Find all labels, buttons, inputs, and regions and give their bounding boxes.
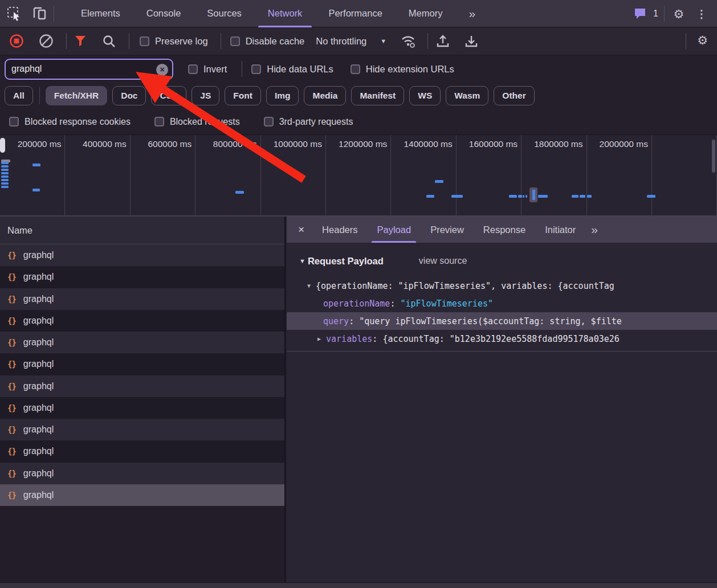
chip-media[interactable]: Media [304, 86, 346, 105]
kebab-menu-icon[interactable]: ⋮ [693, 0, 710, 27]
blocked-requests-checkbox[interactable]: Blocked requests [154, 117, 240, 127]
timeline-window-handle[interactable] [0, 138, 5, 153]
name-column-header[interactable]: Name [0, 217, 284, 244]
checkbox[interactable] [251, 64, 261, 74]
request-row[interactable]: {}graphql [0, 375, 284, 397]
payload-line[interactable]: operationName: "ipFlowTimeseries" [287, 295, 717, 312]
request-row[interactable]: {}graphql [0, 353, 284, 375]
collapse-caret-icon[interactable]: ▼ [299, 258, 305, 264]
export-har-icon[interactable] [465, 34, 478, 48]
expanded-caret-icon[interactable]: ▼ [307, 283, 311, 289]
checkbox[interactable] [188, 64, 198, 74]
clear-filter-icon[interactable]: × [156, 64, 168, 76]
throttling-dropdown[interactable]: No throttling ▼ [316, 36, 386, 47]
request-row[interactable]: {}graphql [0, 397, 284, 419]
chip-js[interactable]: JS [192, 86, 219, 105]
view-source-link[interactable]: view source [419, 256, 467, 266]
request-row[interactable]: {}graphql [0, 244, 284, 266]
request-row[interactable]: {}graphql [0, 440, 284, 462]
chip-img[interactable]: Img [266, 86, 299, 105]
request-row[interactable]: {}graphql [0, 484, 284, 506]
invert-checkbox[interactable]: Invert [188, 64, 227, 75]
network-overview-timeline[interactable]: 200000 ms400000 ms600000 ms800000 ms1000… [0, 134, 717, 217]
timeline-selected-marker [529, 187, 537, 202]
waterfall-bar [587, 195, 592, 198]
network-settings-gear-icon[interactable]: ⚙ [697, 34, 708, 46]
request-row[interactable]: {}graphql [0, 266, 284, 288]
tab-network[interactable]: Network [255, 0, 316, 27]
blocked-filters-row: Blocked response cookiesBlocked requests… [0, 109, 717, 134]
more-tabs-icon[interactable]: » [591, 223, 598, 236]
timeline-column: 800000 ms [195, 135, 260, 217]
checkbox[interactable] [140, 36, 149, 46]
tab-sources[interactable]: Sources [194, 0, 255, 27]
close-icon[interactable]: × [298, 223, 304, 236]
chip-wasm[interactable]: Wasm [446, 86, 488, 105]
disable-cache-checkbox[interactable]: Disable cache [230, 36, 305, 47]
checkbox[interactable] [154, 117, 164, 126]
fetch-xhr-icon: {} [7, 382, 16, 391]
issue-count[interactable]: 1 [653, 9, 658, 19]
collapsed-caret-icon[interactable]: ▶ [317, 336, 321, 342]
chip-css[interactable]: CSS [151, 86, 186, 105]
blocked-response-cookies-checkbox[interactable]: Blocked response cookies [9, 117, 131, 127]
chip-manifest[interactable]: Manifest [351, 86, 404, 105]
3rd-party-requests-checkbox[interactable]: 3rd-party requests [264, 117, 353, 127]
request-row[interactable]: {}graphql [0, 332, 284, 353]
device-toolbar-icon[interactable] [31, 0, 48, 27]
clear-network-log-icon[interactable] [39, 34, 54, 48]
chip-fetch-xhr[interactable]: Fetch/XHR [46, 86, 107, 105]
payload-line[interactable]: query: "query ipFlowTimeseries($accountT… [287, 312, 717, 330]
request-row[interactable]: {}graphql [0, 288, 284, 310]
checkbox[interactable] [351, 64, 360, 74]
issues-icon[interactable] [632, 0, 649, 27]
tab-performance[interactable]: Performance [315, 0, 395, 27]
checkbox[interactable] [230, 36, 240, 46]
disable-cache-label: Disable cache [246, 36, 305, 47]
filter-icon[interactable] [74, 34, 87, 48]
network-conditions-icon[interactable] [400, 34, 417, 48]
request-row[interactable]: {}graphql [0, 419, 284, 440]
search-icon[interactable] [102, 34, 116, 48]
fetch-xhr-icon: {} [7, 447, 16, 456]
record-network-log-icon[interactable] [9, 34, 24, 48]
more-tabs-icon[interactable]: » [455, 0, 488, 27]
chip-doc[interactable]: Doc [112, 86, 146, 105]
timeline-column: 1200000 ms [326, 135, 391, 217]
payload-line[interactable]: ▼{operationName: "ipFlowTimeseries", var… [287, 277, 717, 295]
detail-tab-initiator[interactable]: Initiator [535, 217, 585, 243]
checkbox[interactable] [9, 117, 19, 126]
detail-tab-preview[interactable]: Preview [421, 217, 474, 243]
request-list-panel: Name {}graphql{}graphql{}graphql{}graphq… [0, 217, 286, 582]
chip-all[interactable]: All [5, 86, 33, 105]
blocked-response-cookies-label: Blocked response cookies [25, 117, 131, 127]
waterfall-bar [1, 165, 9, 168]
tab-memory[interactable]: Memory [396, 0, 456, 27]
request-rows: {}graphql{}graphql{}graphql{}graphql{}gr… [0, 244, 284, 506]
timeline-scrollbar[interactable] [712, 140, 715, 173]
hide-data-urls-checkbox[interactable]: Hide data URLs [251, 64, 333, 75]
divider [66, 33, 67, 49]
chip-ws[interactable]: WS [409, 86, 441, 105]
settings-gear-icon[interactable]: ⚙ [670, 0, 687, 27]
filter-input[interactable] [6, 64, 148, 74]
request-name: graphql [23, 316, 54, 326]
waterfall-bar [538, 195, 548, 198]
preserve-log-checkbox[interactable]: Preserve log [140, 36, 208, 47]
import-har-icon[interactable] [436, 34, 450, 48]
chip-font[interactable]: Font [225, 86, 261, 105]
detail-tab-headers[interactable]: Headers [312, 217, 367, 243]
divider [54, 6, 54, 22]
request-row[interactable]: {}graphql [0, 310, 284, 332]
detail-tab-payload[interactable]: Payload [367, 217, 421, 243]
payload-line[interactable]: ▶variables: {accountTag: "b12e3b2192ee55… [287, 330, 717, 348]
checkbox[interactable] [264, 117, 274, 126]
hide-extension-urls-checkbox[interactable]: Hide extension URLs [351, 64, 454, 75]
inspect-element-icon[interactable] [6, 0, 23, 27]
tab-console[interactable]: Console [133, 0, 194, 27]
fetch-xhr-icon: {} [7, 469, 16, 478]
tab-elements[interactable]: Elements [68, 0, 133, 27]
request-row[interactable]: {}graphql [0, 463, 284, 484]
detail-tab-response[interactable]: Response [474, 217, 535, 243]
chip-other[interactable]: Other [494, 86, 534, 105]
